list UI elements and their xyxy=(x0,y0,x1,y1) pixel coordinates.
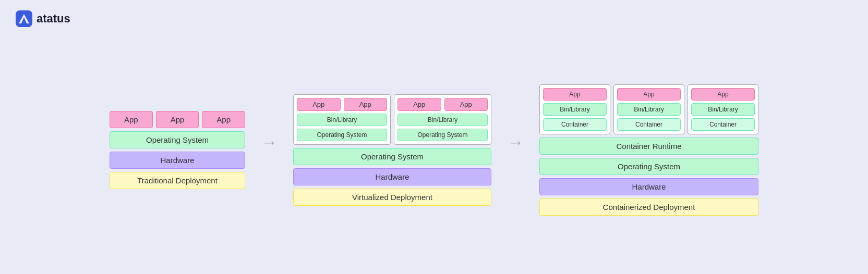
c1-app: App xyxy=(543,88,607,101)
cont-os: Operating System xyxy=(539,158,758,175)
c3-app: App xyxy=(691,88,755,101)
diagrams-row: App App App Operating System Hardware Tr… xyxy=(16,36,852,264)
vm1-binlib: Bin/Library xyxy=(297,114,387,126)
vm2-app2: App xyxy=(444,98,488,111)
vm2-apps-row: App App xyxy=(397,98,488,111)
trad-hardware: Hardware xyxy=(110,152,245,169)
c3-binlib: Bin/Library xyxy=(691,103,755,116)
vm1-os: Operating System xyxy=(297,129,387,141)
trad-app1: App xyxy=(110,111,153,128)
virt-hardware: Hardware xyxy=(293,168,491,185)
atatus-logo-icon xyxy=(16,10,32,27)
c3-container: Container xyxy=(691,118,755,131)
container3: App Bin/Library Container xyxy=(688,84,758,134)
cont-runtime: Container Runtime xyxy=(539,138,758,155)
c2-container: Container xyxy=(617,118,681,131)
virt-label: Virtualized Deployment xyxy=(293,189,491,206)
cont-label: Containerized Deployment xyxy=(539,198,758,216)
vm1-app2: App xyxy=(344,98,388,111)
arrow2: → xyxy=(507,133,524,168)
c1-binlib: Bin/Library xyxy=(543,103,607,116)
trad-os: Operating System xyxy=(110,131,245,148)
virt-os: Operating System xyxy=(293,148,491,165)
trad-app3: App xyxy=(202,111,245,128)
vm2-binlib: Bin/Library xyxy=(397,114,488,126)
cont-hardware: Hardware xyxy=(539,178,758,195)
trad-label: Traditional Deployment xyxy=(110,172,245,189)
logo-area: atatus xyxy=(16,10,70,27)
logo-text: atatus xyxy=(37,12,70,26)
arrow1: → xyxy=(261,133,278,168)
traditional-deployment: App App App Operating System Hardware Tr… xyxy=(110,111,245,189)
virtualized-deployment: App App Bin/Library Operating System App… xyxy=(293,94,491,206)
c2-binlib: Bin/Library xyxy=(617,103,681,116)
container1: App Bin/Library Container xyxy=(539,84,610,134)
vm2: App App Bin/Library Operating System xyxy=(394,94,491,145)
vm1-apps-row: App App xyxy=(297,98,387,111)
containers-row: App Bin/Library Container App Bin/Librar… xyxy=(539,84,758,134)
vms-row: App App Bin/Library Operating System App… xyxy=(293,94,491,145)
vm2-os: Operating System xyxy=(397,129,488,141)
vm1: App App Bin/Library Operating System xyxy=(293,94,391,145)
vm2-app1: App xyxy=(397,98,441,111)
c2-app: App xyxy=(617,88,681,101)
containerized-deployment: App Bin/Library Container App Bin/Librar… xyxy=(539,84,758,216)
trad-app2: App xyxy=(156,111,199,128)
vm1-app1: App xyxy=(297,98,341,111)
c1-container: Container xyxy=(543,118,607,131)
container2: App Bin/Library Container xyxy=(613,84,684,134)
traditional-apps-row: App App App xyxy=(110,111,245,128)
